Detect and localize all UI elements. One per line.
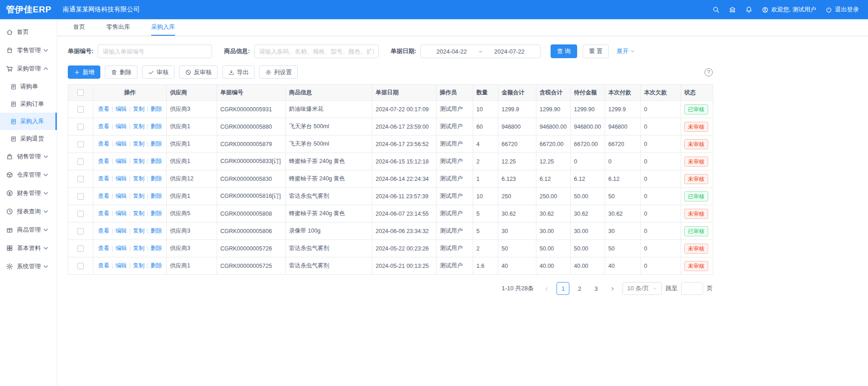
sidebar-item-system[interactable]: 系统管理	[0, 257, 57, 276]
row-checkbox[interactable]	[77, 158, 84, 165]
row-action-copy[interactable]: 复制	[133, 141, 144, 147]
jump-page-input[interactable]	[681, 282, 703, 295]
row-action-edit[interactable]: 编辑	[115, 141, 127, 147]
row-action-copy[interactable]: 复制	[133, 245, 144, 251]
row-checkbox[interactable]	[77, 106, 84, 113]
tab-purchase-inbound[interactable]: 采购入库	[151, 19, 175, 36]
row-action-copy[interactable]: 复制	[133, 193, 144, 199]
sidebar-item-home[interactable]: 首页	[0, 23, 57, 41]
date-range-picker[interactable]: 2024-04-22 ~ 2024-07-22	[420, 44, 540, 58]
sidebar-item-purchase-return[interactable]: 采购退货	[0, 130, 57, 147]
row-checkbox[interactable]	[77, 176, 84, 182]
action-separator: |	[147, 141, 148, 147]
bell-icon[interactable]	[745, 6, 753, 13]
sidebar-item-purchase-inbound[interactable]: 采购入库	[0, 113, 57, 130]
status-badge: 未审核	[684, 122, 708, 132]
page-button-2[interactable]: 2	[573, 282, 586, 295]
row-action-copy[interactable]: 复制	[133, 158, 144, 164]
row-checkbox[interactable]	[77, 211, 84, 217]
cell-doc-no: CGRK00000005880	[217, 118, 286, 136]
row-action-delete[interactable]: 删除	[150, 158, 162, 164]
unaudit-button[interactable]: 反审核	[179, 65, 218, 79]
select-all-checkbox[interactable]	[77, 89, 84, 96]
row-action-copy[interactable]: 复制	[133, 175, 144, 182]
bank-icon[interactable]	[729, 6, 736, 13]
next-page-button[interactable]: ›	[606, 282, 619, 295]
prev-page-button[interactable]: ‹	[540, 282, 553, 295]
page-size-select[interactable]: 10 条/页	[622, 282, 662, 295]
sidebar-item-goods[interactable]: 商品管理	[0, 221, 57, 239]
row-action-delete[interactable]: 删除	[150, 141, 162, 147]
date-from-value[interactable]: 2024-04-22	[437, 48, 467, 55]
sidebar-item-purchase[interactable]: 采购管理	[0, 60, 57, 78]
page-button-1[interactable]: 1	[557, 282, 569, 295]
row-action-view[interactable]: 查看	[98, 245, 109, 251]
row-action-delete[interactable]: 删除	[150, 228, 162, 234]
welcome-user[interactable]: 欢迎您, 测试用户	[762, 5, 816, 14]
row-action-view[interactable]: 查看	[98, 141, 109, 147]
row-action-delete[interactable]: 删除	[150, 175, 162, 182]
row-action-edit[interactable]: 编辑	[115, 175, 127, 182]
row-action-edit[interactable]: 编辑	[115, 262, 127, 269]
sidebar-item-purchase-order[interactable]: 采购订单	[0, 95, 57, 113]
row-action-edit[interactable]: 编辑	[115, 228, 127, 234]
row-action-view[interactable]: 查看	[98, 106, 109, 112]
search-icon[interactable]	[712, 6, 720, 13]
row-checkbox[interactable]	[77, 193, 84, 200]
jump-label: 跳至	[666, 284, 677, 293]
row-action-copy[interactable]: 复制	[133, 228, 144, 234]
row-checkbox[interactable]	[77, 245, 84, 252]
sidebar-item-purchase-request[interactable]: 请购单	[0, 78, 57, 95]
tab-home[interactable]: 首页	[73, 19, 85, 36]
row-action-copy[interactable]: 复制	[133, 262, 144, 269]
row-action-copy[interactable]: 复制	[133, 123, 144, 130]
help-icon[interactable]: ?	[704, 68, 713, 76]
doc-no-input[interactable]	[98, 44, 212, 58]
sidebar-item-finance[interactable]: 财务管理	[0, 184, 57, 202]
row-action-edit[interactable]: 编辑	[115, 106, 127, 112]
row-action-delete[interactable]: 删除	[150, 123, 162, 130]
audit-button[interactable]: 审核	[142, 65, 175, 79]
reset-button[interactable]: 重 置	[583, 44, 609, 58]
column-settings-button[interactable]: 列设置	[259, 65, 298, 79]
row-checkbox[interactable]	[77, 124, 84, 130]
row-checkbox[interactable]	[77, 228, 84, 234]
row-action-edit[interactable]: 编辑	[115, 123, 127, 130]
toolbar-button-label: 列设置	[274, 68, 292, 76]
row-action-edit[interactable]: 编辑	[115, 193, 127, 199]
expand-toggle[interactable]: 展开	[617, 47, 635, 55]
row-action-view[interactable]: 查看	[98, 193, 109, 199]
sidebar-item-report[interactable]: 报表查询	[0, 202, 57, 221]
product-input[interactable]	[254, 44, 379, 58]
search-button[interactable]: 查 询	[551, 44, 577, 58]
tab-retail-outbound[interactable]: 零售出库	[106, 19, 130, 36]
sidebar-item-sales[interactable]: 销售管理	[0, 147, 57, 166]
row-action-delete[interactable]: 删除	[150, 245, 162, 251]
sidebar-item-basedata[interactable]: 基本资料	[0, 239, 57, 257]
row-action-view[interactable]: 查看	[98, 123, 109, 130]
row-action-copy[interactable]: 复制	[133, 210, 144, 217]
row-action-copy[interactable]: 复制	[133, 106, 144, 112]
sidebar-item-warehouse[interactable]: 仓库管理	[0, 166, 57, 184]
row-checkbox[interactable]	[77, 141, 84, 147]
logout-button[interactable]: 退出登录	[825, 5, 859, 14]
row-action-edit[interactable]: 编辑	[115, 245, 127, 251]
row-action-delete[interactable]: 删除	[150, 193, 162, 199]
row-action-edit[interactable]: 编辑	[115, 210, 127, 217]
row-action-delete[interactable]: 删除	[150, 210, 162, 217]
row-action-view[interactable]: 查看	[98, 210, 109, 217]
row-action-view[interactable]: 查看	[98, 228, 109, 234]
row-action-delete[interactable]: 删除	[150, 262, 162, 269]
delete-button[interactable]: 删除	[105, 65, 137, 79]
row-action-view[interactable]: 查看	[98, 158, 109, 164]
row-action-view[interactable]: 查看	[98, 175, 109, 182]
page-button-3[interactable]: 3	[590, 282, 602, 295]
sidebar-item-retail[interactable]: 零售管理	[0, 41, 57, 60]
row-action-delete[interactable]: 删除	[150, 106, 162, 112]
row-action-view[interactable]: 查看	[98, 262, 109, 269]
row-checkbox[interactable]	[77, 263, 84, 269]
add-button[interactable]: 新增	[68, 65, 100, 79]
row-action-edit[interactable]: 编辑	[115, 158, 127, 164]
export-button[interactable]: 导出	[222, 65, 255, 79]
date-to-value[interactable]: 2024-07-22	[494, 48, 525, 55]
